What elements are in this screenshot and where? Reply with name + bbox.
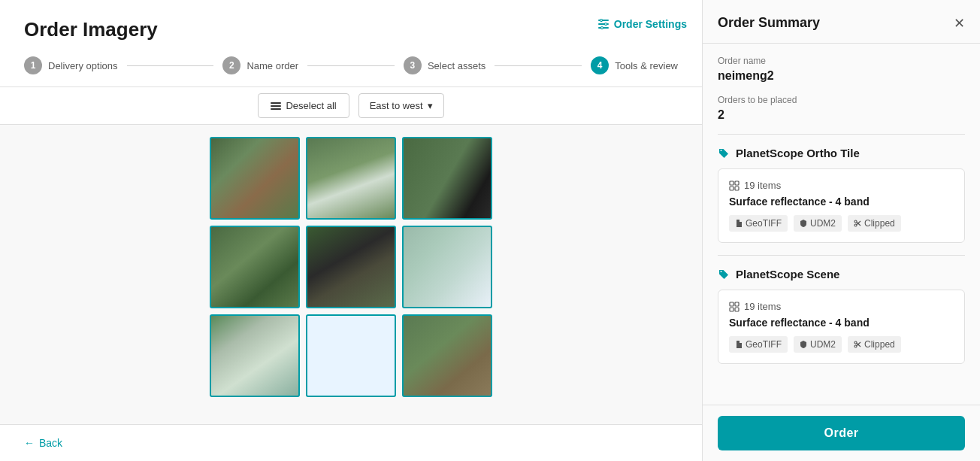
toolbar: Deselect all East to west ▾ [0, 87, 702, 125]
svg-rect-18 [735, 302, 739, 306]
step-line-2 [307, 65, 395, 66]
right-panel-header: Order Summary ✕ [703, 0, 980, 44]
svg-rect-20 [735, 308, 739, 311]
order-name-label: Order name [718, 56, 965, 66]
right-panel-body: Order name neimeng2 Orders to be placed … [703, 44, 980, 405]
image-cell-7[interactable] [210, 314, 300, 397]
deselect-all-button[interactable]: Deselect all [258, 93, 349, 118]
divider-2 [718, 255, 965, 256]
step-line-3 [495, 65, 582, 66]
order-summary-title: Order Summary [718, 15, 820, 31]
product-ortho-title: PlanetScope Ortho Tile [718, 147, 965, 159]
product-ortho-name: PlanetScope Ortho Tile [736, 147, 860, 159]
shield-icon-scene [800, 341, 807, 348]
ortho-tags: GeoTIFF UDM2 [729, 215, 954, 232]
step-4-circle: 4 [591, 56, 609, 74]
image-grid-wrapper[interactable] [0, 125, 702, 424]
step-2-circle: 2 [222, 56, 240, 74]
product-section-ortho: PlanetScope Ortho Tile 19 items Surface … [718, 147, 965, 243]
close-button[interactable]: ✕ [954, 17, 965, 30]
image-cell-8[interactable] [306, 314, 396, 397]
svg-rect-12 [735, 187, 739, 190]
file-icon-scene [735, 341, 743, 348]
step-2-label: Name order [247, 60, 298, 71]
step-4: 4 Tools & review [591, 56, 678, 74]
order-button[interactable]: Order [718, 416, 965, 450]
product-scene-title: PlanetScope Scene [718, 268, 965, 281]
svg-rect-7 [271, 105, 281, 107]
image-cell-4[interactable] [210, 226, 300, 308]
svg-point-14 [854, 224, 857, 226]
settings-icon [597, 18, 609, 30]
back-button[interactable]: ← Back [24, 437, 62, 449]
step-1-circle: 1 [24, 56, 42, 74]
tag-geotiff-scene: GeoTIFF [729, 336, 788, 353]
order-name-field: Order name neimeng2 [718, 56, 965, 83]
svg-rect-9 [730, 181, 733, 185]
right-panel-footer: Order [703, 405, 980, 461]
svg-rect-10 [735, 181, 739, 185]
svg-point-4 [604, 23, 606, 26]
deselect-icon [271, 101, 281, 111]
back-arrow-icon: ← [24, 437, 35, 449]
svg-rect-8 [271, 108, 281, 110]
main-panel: Order Imagery Order Settings 1 Delivery … [0, 0, 702, 461]
sort-label: East to west [370, 100, 423, 111]
file-icon-ortho [735, 220, 743, 227]
order-name-value: neimeng2 [718, 69, 965, 83]
svg-point-13 [854, 220, 857, 223]
step-1-label: Delivery options [48, 60, 118, 71]
image-cell-3[interactable] [402, 137, 492, 220]
scissors-icon-scene [854, 341, 861, 348]
orders-placed-field: Orders to be placed 2 [718, 95, 965, 122]
step-3-label: Select assets [428, 60, 485, 71]
orders-placed-value: 2 [718, 108, 965, 122]
scissors-icon-ortho [854, 220, 861, 227]
bottom-nav: ← Back [0, 424, 702, 461]
product-scene-name: PlanetScope Scene [736, 268, 839, 281]
product-ortho-card: 19 items Surface reflectance - 4 band Ge… [718, 168, 965, 243]
back-label: Back [39, 437, 62, 449]
scene-items-count: 19 items [729, 301, 954, 312]
scene-tags: GeoTIFF UDM2 [729, 336, 954, 353]
svg-point-5 [600, 27, 603, 29]
step-1: 1 Delivery options [24, 56, 118, 74]
svg-rect-6 [271, 102, 281, 104]
product-scene-card: 19 items Surface reflectance - 4 band Ge… [718, 290, 965, 364]
stepper: 1 Delivery options 2 Name order 3 Select… [0, 56, 702, 86]
sort-dropdown[interactable]: East to west ▾ [358, 93, 444, 118]
svg-point-22 [854, 345, 857, 347]
svg-point-3 [600, 20, 602, 22]
svg-rect-19 [730, 308, 733, 311]
items-icon-scene [729, 302, 740, 312]
tag-clipped-ortho: Clipped [848, 215, 901, 232]
page-title: Order Imagery [24, 18, 678, 41]
step-2: 2 Name order [222, 56, 298, 74]
step-3-circle: 3 [404, 56, 422, 74]
image-cell-2[interactable] [306, 137, 396, 220]
step-3: 3 Select assets [404, 56, 485, 74]
scene-band: Surface reflectance - 4 band [729, 317, 954, 329]
divider-1 [718, 134, 965, 135]
items-icon-ortho [729, 180, 740, 191]
tag-clipped-scene: Clipped [848, 336, 901, 353]
deselect-all-label: Deselect all [286, 100, 336, 111]
image-cell-6[interactable] [402, 226, 492, 308]
tag-geotiff-ortho: GeoTIFF [729, 215, 788, 232]
tag-udm2-ortho: UDM2 [794, 215, 842, 232]
product-section-scene: PlanetScope Scene 19 items Surface refle… [718, 268, 965, 364]
tag-udm2-scene: UDM2 [794, 336, 842, 353]
image-cell-1[interactable] [210, 137, 300, 220]
order-settings-button[interactable]: Order Settings [597, 18, 687, 30]
right-panel: Order Summary ✕ Order name neimeng2 Orde… [702, 0, 980, 461]
svg-rect-11 [730, 187, 733, 190]
image-grid [45, 137, 657, 397]
image-cell-9[interactable] [402, 314, 492, 397]
shield-icon-ortho [800, 220, 807, 227]
orders-placed-label: Orders to be placed [718, 95, 965, 105]
svg-point-21 [854, 341, 857, 344]
tag-icon-ortho [718, 147, 730, 159]
chevron-down-icon: ▾ [428, 100, 433, 111]
order-settings-label: Order Settings [614, 18, 687, 30]
image-cell-5[interactable] [306, 226, 396, 308]
